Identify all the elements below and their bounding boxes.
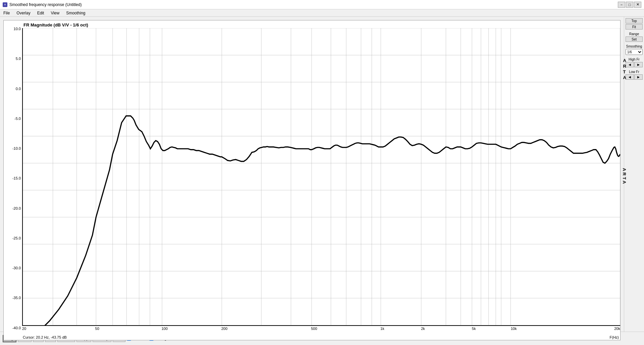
y-label-n40: -40.0 [5, 326, 21, 330]
low-fr-label: Low Fr [626, 70, 643, 74]
x-label-100: 100 [161, 327, 167, 331]
y-label-0: 0.0 [5, 87, 21, 91]
y-label-n10: -10.0 [5, 147, 21, 150]
arta-label: ARTA [622, 168, 627, 185]
plot-area[interactable]: .grid-v { stroke: #b0b0b0; stroke-width:… [22, 28, 620, 326]
smoothing-label: Smoothing [626, 45, 643, 48]
y-label-n15: -15.0 [5, 177, 21, 180]
window-title: Smoothed frequency response (Untitled) [9, 2, 82, 7]
y-label-n20: -20.0 [5, 207, 21, 210]
x-label-2k: 2k [421, 327, 425, 331]
x-label-200: 200 [221, 327, 227, 331]
menu-smoothing[interactable]: Smoothing [64, 10, 87, 16]
menu-file[interactable]: File [1, 10, 12, 16]
smoothing-select[interactable]: 1/1 1/2 1/3 1/6 1/12 1/24 None [626, 49, 643, 55]
menu-view[interactable]: View [49, 10, 61, 16]
close-button[interactable]: ✕ [634, 2, 641, 8]
y-axis: 10.0 5.0 0.0 -5.0 -10.0 -15.0 -20.0 -25.… [4, 20, 22, 340]
menu-bar: File Overlay Edit View Smoothing [0, 9, 644, 17]
x-label-1k: 1k [380, 327, 384, 331]
high-fr-up-button[interactable]: ▶ [634, 62, 643, 67]
minimize-button[interactable]: − [618, 2, 625, 8]
low-fr-up-button[interactable]: ▶ [634, 74, 643, 80]
arta-a2: A [623, 75, 626, 80]
x-label-5k: 5k [472, 327, 476, 331]
y-label-5: 5.0 [5, 57, 21, 61]
arta-t: T [623, 69, 626, 74]
cursor-info: Cursor: 20.2 Hz, -43.75 dB [23, 335, 67, 339]
y-label-n35: -35.0 [5, 296, 21, 300]
maximize-button[interactable]: □ [626, 2, 633, 8]
high-fr-down-button[interactable]: ◀ [626, 62, 634, 67]
range-label: Range [626, 32, 643, 36]
x-label-10k: 10k [511, 327, 517, 331]
app-icon: A [3, 2, 7, 7]
chart-title: FR Magnitude (dB V/V - 1/6 oct) [22, 20, 620, 28]
x-label-20k: 20k [614, 327, 620, 331]
y-label-n25: -25.0 [5, 236, 21, 240]
arta-a1: A [623, 58, 626, 63]
y-label-n5: -5.0 [5, 117, 21, 121]
x-label-50: 50 [95, 327, 99, 331]
title-bar: A Smoothed frequency response (Untitled)… [0, 0, 644, 9]
y-label-n30: -30.0 [5, 266, 21, 270]
x-label-500: 500 [311, 327, 317, 331]
freq-label: F(Hz) [610, 335, 619, 339]
x-label-20: 20 [22, 327, 26, 331]
set-button[interactable]: Set [626, 37, 643, 42]
arta-r: R [623, 64, 626, 69]
top-button[interactable]: Top [626, 18, 643, 23]
y-label-10: 10.0 [5, 27, 21, 31]
menu-edit[interactable]: Edit [35, 10, 46, 16]
high-fr-label: High Fr [626, 58, 643, 61]
menu-overlay[interactable]: Overlay [14, 10, 32, 16]
fit-button[interactable]: Fit [626, 24, 643, 29]
low-fr-down-button[interactable]: ◀ [626, 74, 634, 80]
right-panel: Top Fit Range Set Smoothing 1/1 1/2 1/3 … [624, 17, 644, 332]
